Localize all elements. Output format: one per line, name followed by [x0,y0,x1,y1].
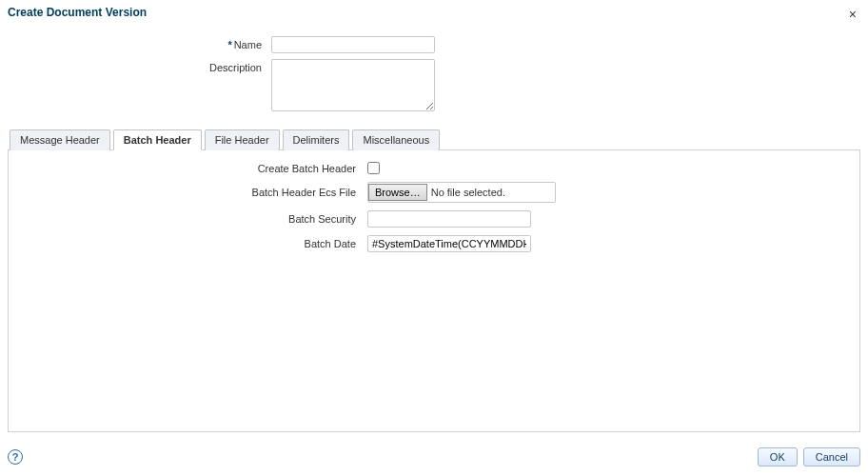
batch-date-input[interactable] [367,235,531,252]
batch-header-panel: Create Batch Header Batch Header Ecs Fil… [8,149,860,432]
upper-form: *Name Description [0,27,868,129]
dialog: Create Document Version × *Name Descript… [0,0,868,476]
cancel-button[interactable]: Cancel [803,447,860,466]
batch-security-label: Batch Security [9,213,367,225]
tab-message-header[interactable]: Message Header [10,129,110,150]
batch-ecs-file-label: Batch Header Ecs File [9,187,367,198]
tab-delimiters[interactable]: Delimiters [283,129,350,150]
footer-buttons: OK Cancel [758,447,860,466]
batch-date-row: Batch Date [9,235,859,252]
tab-file-header[interactable]: File Header [205,129,280,150]
batch-ecs-file-row: Batch Header Ecs File Browse… No file se… [9,182,859,203]
dialog-title: Create Document Version [8,6,147,19]
name-label: *Name [10,36,271,50]
name-row: *Name [10,36,858,53]
required-star-icon: * [227,39,231,50]
create-batch-header-checkbox[interactable] [367,162,380,174]
description-textarea[interactable] [271,59,435,111]
close-icon[interactable]: × [845,6,860,23]
file-status-text: No file selected. [431,187,505,198]
batch-ecs-file-picker: Browse… No file selected. [367,182,556,203]
description-row: Description [10,59,858,111]
help-icon[interactable]: ? [8,449,23,465]
name-label-text: Name [234,39,262,50]
batch-security-input[interactable] [367,210,531,228]
batch-date-label: Batch Date [9,238,367,249]
title-bar: Create Document Version × [0,0,868,27]
tab-miscellaneous[interactable]: Miscellaneous [352,129,440,150]
browse-button[interactable]: Browse… [368,184,427,201]
ok-button[interactable]: OK [758,447,798,466]
create-batch-header-label: Create Batch Header [9,163,367,174]
batch-security-row: Batch Security [9,210,859,228]
name-input[interactable] [271,36,435,53]
create-batch-header-row: Create Batch Header [9,162,859,174]
tab-bar: Message Header Batch Header File Header … [0,129,868,149]
footer: ? OK Cancel [8,447,860,466]
tab-batch-header[interactable]: Batch Header [113,129,202,150]
description-label: Description [10,59,271,73]
